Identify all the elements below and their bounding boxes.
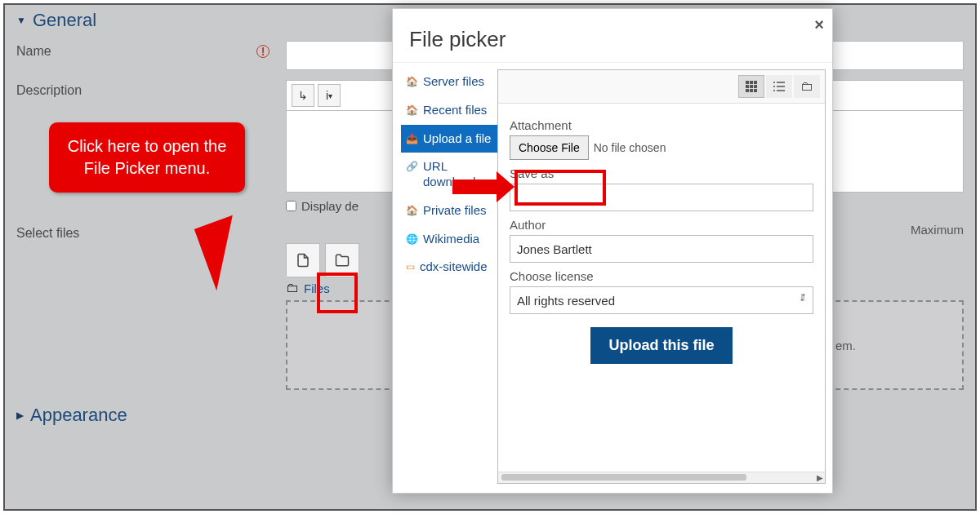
svg-rect-3 bbox=[746, 85, 749, 88]
select-files-label: Select files bbox=[16, 223, 286, 241]
author-label: Author bbox=[510, 218, 813, 232]
svg-rect-14 bbox=[777, 90, 785, 91]
repo-item-0[interactable]: 🏠Server files bbox=[401, 68, 497, 96]
svg-rect-2 bbox=[754, 81, 757, 84]
save-as-label: Save as bbox=[510, 166, 813, 180]
svg-rect-7 bbox=[750, 89, 753, 92]
scrollbar-thumb[interactable] bbox=[501, 474, 746, 481]
svg-rect-6 bbox=[746, 89, 749, 92]
caret-down-icon: ▼ bbox=[16, 15, 26, 26]
view-toolbar: 🗀 bbox=[498, 70, 825, 104]
repository-list: 🏠Server files🏠Recent files📤Upload a file… bbox=[393, 63, 497, 490]
file-icon bbox=[296, 253, 310, 268]
svg-rect-13 bbox=[773, 90, 775, 91]
view-grid-button[interactable] bbox=[738, 75, 764, 98]
instruction-callout: Click here to open the File Picker menu. bbox=[49, 122, 245, 193]
add-file-button[interactable] bbox=[286, 243, 320, 277]
display-description-checkbox[interactable] bbox=[286, 201, 296, 211]
repo-item-5[interactable]: 🌐Wikimedia bbox=[401, 225, 497, 254]
view-tree-button[interactable]: 🗀 bbox=[794, 75, 820, 98]
close-icon[interactable]: × bbox=[814, 16, 824, 34]
repo-label: Server files bbox=[423, 74, 484, 90]
no-file-text: No file chosen bbox=[594, 141, 666, 154]
svg-rect-5 bbox=[754, 85, 757, 88]
view-list-button[interactable] bbox=[766, 75, 792, 98]
repo-label: Wikimedia bbox=[423, 232, 479, 247]
name-label: Name ! bbox=[16, 41, 286, 59]
svg-rect-10 bbox=[777, 82, 785, 83]
repo-label: Private files bbox=[423, 203, 487, 219]
files-link[interactable]: Files bbox=[304, 281, 330, 295]
repo-item-6[interactable]: ▭cdx-sitewide bbox=[401, 253, 497, 281]
grid-icon bbox=[746, 81, 757, 92]
folder-view-icon: 🗀 bbox=[800, 79, 813, 94]
modal-title: File picker bbox=[393, 9, 832, 62]
dropzone-text: em. bbox=[835, 339, 856, 352]
file-picker-modal: × File picker 🏠Server files🏠Recent files… bbox=[392, 8, 833, 494]
license-select[interactable] bbox=[510, 286, 813, 314]
repo-icon: 📤 bbox=[406, 133, 418, 145]
upload-this-file-button[interactable]: Upload this file bbox=[590, 327, 732, 364]
toolbar-info-button[interactable]: i bbox=[318, 84, 341, 107]
required-icon: ! bbox=[256, 45, 270, 58]
license-label: Choose license bbox=[510, 269, 813, 283]
svg-rect-11 bbox=[773, 86, 775, 87]
repo-item-4[interactable]: 🏠Private files bbox=[401, 197, 497, 225]
folder-icon bbox=[335, 253, 350, 268]
repo-icon: 🔗 bbox=[406, 161, 418, 173]
toolbar-indent-button[interactable]: ↳ bbox=[292, 84, 314, 107]
scroll-right-arrow[interactable]: ▶ bbox=[817, 473, 823, 482]
svg-rect-8 bbox=[754, 89, 757, 92]
repo-icon: ▭ bbox=[406, 261, 415, 273]
svg-rect-4 bbox=[750, 85, 753, 88]
repo-label: cdx-sitewide bbox=[420, 259, 488, 275]
folder-solid-icon: 🗀 bbox=[286, 281, 299, 295]
repo-item-1[interactable]: 🏠Recent files bbox=[401, 96, 497, 125]
choose-file-button[interactable]: Choose File bbox=[510, 135, 589, 160]
repository-panel: 🗀 Attachment Choose File No file chosen … bbox=[497, 69, 826, 484]
horizontal-scrollbar[interactable]: ▶ bbox=[498, 472, 825, 483]
repo-label: Recent files bbox=[423, 103, 487, 118]
svg-rect-12 bbox=[777, 86, 785, 87]
repo-icon: 🏠 bbox=[406, 104, 418, 117]
list-icon bbox=[773, 82, 785, 91]
section-general-title: General bbox=[33, 10, 96, 31]
svg-rect-0 bbox=[746, 81, 749, 84]
repo-icon: 🌐 bbox=[406, 233, 418, 246]
svg-rect-9 bbox=[773, 82, 775, 83]
author-input[interactable] bbox=[510, 235, 813, 263]
repo-icon: 🏠 bbox=[406, 76, 418, 88]
repo-item-2[interactable]: 📤Upload a file bbox=[401, 125, 497, 153]
save-as-input[interactable] bbox=[510, 184, 813, 211]
description-label: Description bbox=[16, 80, 286, 98]
svg-rect-1 bbox=[750, 81, 753, 84]
repo-icon: 🏠 bbox=[406, 205, 418, 217]
attachment-label: Attachment bbox=[510, 118, 813, 132]
create-folder-button[interactable] bbox=[325, 243, 359, 277]
section-appearance-title: Appearance bbox=[30, 405, 127, 426]
display-description-label: Display de bbox=[301, 199, 359, 213]
caret-right-icon: ▶ bbox=[16, 410, 24, 421]
upload-form: Attachment Choose File No file chosen Sa… bbox=[498, 104, 825, 472]
repo-label: Upload a file bbox=[423, 131, 491, 147]
